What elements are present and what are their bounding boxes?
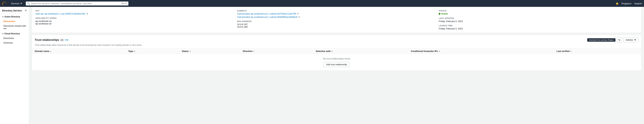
trust-description: Trust relationships allow resources in t… — [32, 44, 641, 48]
sidebar-header: Directory Service ✕ — [0, 7, 29, 14]
col-conditional-forwarder-sort: ▼ — [438, 50, 440, 52]
launch-time-section: Launch time Friday, February 5, 2021 — [439, 24, 638, 30]
subnet1-external-icon: ↗ — [297, 12, 299, 15]
dns-label: DNS address — [237, 20, 436, 22]
search-input[interactable] — [31, 2, 120, 5]
col-last-verified-sort: ▼ — [570, 50, 572, 52]
aws-logo[interactable] — [2, 2, 8, 5]
trust-panel-title: Trust relationships — [35, 38, 59, 42]
col-selective-auth[interactable]: Selective auth ▼ — [313, 48, 408, 54]
empty-row: No trust relationships found Add trust r… — [32, 54, 641, 70]
info-card: VPC mad-vpc-ap-southeast-1 | vpc-0b58737… — [32, 7, 641, 33]
region-selector[interactable]: Singapore — [621, 2, 631, 5]
active-directory-chevron: ▼ — [2, 16, 4, 18]
cloud-directory-header[interactable]: ▼ Cloud Directory — [0, 31, 29, 36]
refresh-icon: ↻ — [618, 38, 620, 41]
az-label: Availability zones — [36, 17, 234, 19]
vpc-section: VPC mad-vpc-ap-southeast-1 | vpc-0b58737… — [36, 10, 234, 15]
dns2-value: 10.0.5.189 — [237, 26, 436, 28]
dns-section: DNS address 10.0.6.197, 10.0.5.189 — [237, 20, 436, 28]
status-section: Status Active — [439, 10, 638, 15]
col-conditional-forwarder[interactable]: Conditional forwarder IPs ▼ — [408, 48, 554, 54]
status-dot — [439, 13, 440, 15]
sidebar-item-directories[interactable]: Directories — [0, 19, 29, 24]
nav-right: 🔔 Singapore Support — [616, 2, 642, 5]
add-trust-relationship-button[interactable]: Add trust relationship — [324, 62, 350, 67]
shared-label: Directories shared with me — [4, 24, 26, 30]
search-shortcut: [Alt+S] — [122, 2, 127, 4]
services-chevron: ▼ — [20, 2, 22, 5]
col-status[interactable]: Status ▼ — [179, 48, 240, 54]
col-type[interactable]: Type ▼ — [126, 48, 179, 54]
actions-chevron: ▼ — [634, 38, 636, 41]
services-label: Services — [11, 2, 20, 5]
col-status-sort: ▼ — [189, 50, 191, 52]
trust-actions-area: Inherited from primary Region ↻ Actions … — [587, 38, 638, 42]
sidebar-close-button[interactable]: ✕ — [24, 9, 27, 12]
inherited-badge: Inherited from primary Region — [587, 38, 616, 42]
col-type-label: Type — [128, 50, 133, 52]
trust-count-badge: (0) — [60, 38, 64, 41]
active-directory-label: Active Directory — [4, 16, 20, 18]
add-trust-container: Add trust relationship — [35, 61, 638, 67]
col-direction-sort: ▼ — [253, 50, 255, 52]
subnets-section: Subnets mad-private2-ap-southeast-az1 | … — [237, 10, 436, 18]
col-domain-name-label: Domain name — [35, 50, 49, 52]
az-section: Availability zones ap-southeast-1a, ap-s… — [36, 17, 234, 25]
trust-relationships-panel: Trust relationships (0) Info Inherited f… — [32, 35, 641, 70]
sidebar-title: Directory Service — [2, 9, 22, 12]
subnet2-external-icon: ↗ — [298, 16, 300, 18]
subnet1-link[interactable]: mad-private2-ap-southeast-az1 | subnet-0… — [237, 12, 296, 15]
search-icon: 🔍 — [27, 2, 30, 5]
vpc-value: mad-vpc-ap-southeast-1 | vpc-0b58737a9cf… — [36, 12, 234, 15]
sidebar-item-directories-shared[interactable]: Directories shared with me — [0, 24, 29, 31]
actions-label: Actions — [626, 38, 633, 41]
subnet1-value: mad-private2-ap-southeast-az1 | subnet-0… — [237, 12, 436, 15]
active-directory-header[interactable]: ▼ Active Directory — [0, 14, 29, 19]
col-direction[interactable]: Direction ▼ — [240, 48, 313, 54]
main-content: VPC mad-vpc-ap-southeast-1 | vpc-0b58737… — [29, 7, 644, 124]
col-direction-label: Direction — [243, 50, 252, 52]
info-grid: VPC mad-vpc-ap-southeast-1 | vpc-0b58737… — [36, 10, 638, 30]
refresh-button[interactable]: ↻ — [617, 38, 622, 42]
col-selective-auth-label: Selective auth — [316, 50, 330, 52]
cloud-directories-label: Directories — [4, 37, 14, 40]
subnets-label: Subnets — [237, 10, 436, 12]
col-domain-name-sort: ▲ — [50, 50, 52, 52]
vpc-label: VPC — [36, 10, 234, 12]
empty-message: No trust relationships found — [35, 58, 638, 60]
status-badge: Active — [439, 12, 448, 15]
trust-info-link[interactable]: Info — [65, 38, 68, 41]
sidebar: Directory Service ✕ ▼ Active Directory D… — [0, 7, 29, 124]
col-selective-auth-sort: ▼ — [331, 50, 333, 52]
info-col-1: VPC mad-vpc-ap-southeast-1 | vpc-0b58737… — [36, 10, 234, 30]
info-col-2: Subnets mad-private2-ap-southeast-az1 | … — [237, 10, 436, 30]
sidebar-item-schemas[interactable]: Schemas — [0, 40, 29, 45]
trust-table: Domain name ▲ Type ▼ Status ▼ — [32, 48, 641, 70]
az2-value: ap-southeast-1b — [36, 22, 234, 25]
last-updated-label: Last updated — [439, 17, 638, 19]
cloud-directory-label: Cloud Directory — [4, 32, 20, 35]
info-col-3: Status Active Last updated Friday, Febru… — [439, 10, 638, 30]
bell-icon[interactable]: 🔔 — [616, 2, 618, 5]
col-domain-name[interactable]: Domain name ▲ — [32, 48, 126, 54]
col-conditional-forwarder-label: Conditional forwarder IPs — [411, 50, 438, 52]
last-updated-value: Friday, February 5, 2021 — [439, 20, 638, 22]
vpc-link[interactable]: mad-vpc-ap-southeast-1 | vpc-0b58737a9cf… — [36, 12, 86, 15]
services-button[interactable]: Services ▼ — [10, 2, 24, 6]
subnet2-link[interactable]: mad-private2-ap-southeast-az2 | subnet-0… — [237, 16, 297, 18]
search-bar: 🔍 [Alt+S] — [26, 2, 128, 6]
sidebar-item-cloud-directories[interactable]: Directories — [0, 36, 29, 40]
support-link[interactable]: Support — [634, 2, 642, 5]
col-last-verified-label: Last verified — [556, 50, 570, 52]
trust-table-head: Domain name ▲ Type ▼ Status ▼ — [32, 48, 641, 54]
page-wrapper: VPC mad-vpc-ap-southeast-1 | vpc-0b58737… — [29, 7, 644, 73]
col-last-verified[interactable]: Last verified ▼ — [554, 48, 641, 54]
status-value: Active — [441, 12, 448, 15]
az1-value: ap-southeast-1a, — [36, 20, 234, 22]
col-type-sort: ▼ — [134, 50, 136, 52]
last-updated-section: Last updated Friday, February 5, 2021 — [439, 17, 638, 22]
actions-button[interactable]: Actions ▼ — [623, 38, 638, 42]
subnet2-value: mad-private2-ap-southeast-az2 | subnet-0… — [237, 16, 436, 18]
status-label: Status — [439, 10, 638, 12]
